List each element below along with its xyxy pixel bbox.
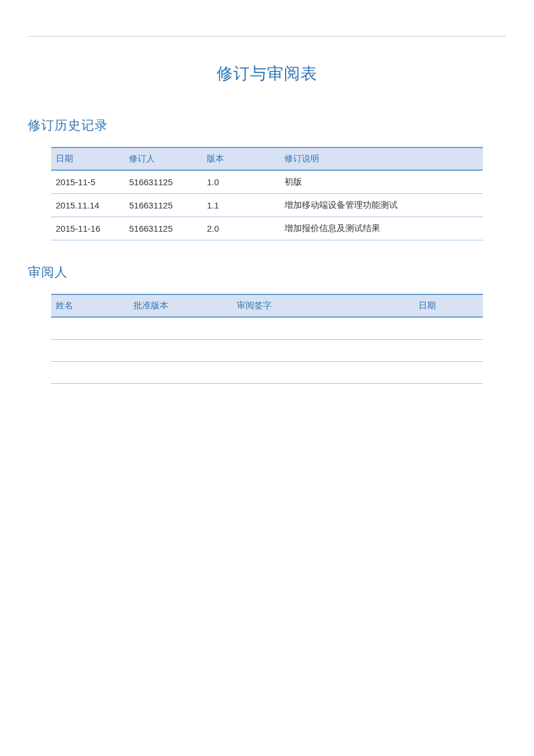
reviewer-table-wrap: 姓名 批准版本 审阅签字 日期 xyxy=(28,294,506,384)
revision-table: 日期 修订人 版本 修订说明 2015-11-5 516631125 1.0 初… xyxy=(51,147,483,240)
header-approved-version: 批准版本 xyxy=(129,294,233,317)
cell-version: 2.0 xyxy=(202,217,280,240)
table-row xyxy=(51,339,483,361)
header-rule xyxy=(28,36,506,37)
header-description: 修订说明 xyxy=(280,147,483,170)
revision-history-heading: 修订历史记录 xyxy=(28,117,506,134)
cell-description: 增加移动端设备管理功能测试 xyxy=(280,194,483,217)
header-name: 姓名 xyxy=(51,294,129,317)
header-reviewer-date: 日期 xyxy=(414,294,483,317)
cell-date: 2015.11.14 xyxy=(51,194,124,217)
cell-approved-version xyxy=(129,339,233,361)
cell-name xyxy=(51,339,129,361)
table-row xyxy=(51,361,483,383)
table-row: 2015-11-16 516631125 2.0 增加报价信息及测试结果 xyxy=(51,217,483,240)
table-row: 2015-11-5 516631125 1.0 初版 xyxy=(51,170,483,194)
cell-description: 增加报价信息及测试结果 xyxy=(280,217,483,240)
cell-reviser: 516631125 xyxy=(124,194,202,217)
table-row: 2015.11.14 516631125 1.1 增加移动端设备管理功能测试 xyxy=(51,194,483,217)
cell-version: 1.1 xyxy=(202,194,280,217)
page-title: 修订与审阅表 xyxy=(28,63,506,85)
header-reviser: 修订人 xyxy=(124,147,202,170)
cell-date: 2015-11-5 xyxy=(51,170,124,194)
document-page: 修订与审阅表 修订历史记录 日期 修订人 版本 修订说明 2015-11-5 5… xyxy=(0,36,534,384)
header-signature: 审阅签字 xyxy=(232,294,413,317)
cell-signature xyxy=(232,339,413,361)
cell-approved-version xyxy=(129,317,233,339)
cell-reviewer-date xyxy=(414,339,483,361)
reviewer-heading: 审阅人 xyxy=(28,264,506,281)
revision-table-header-row: 日期 修订人 版本 修订说明 xyxy=(51,147,483,170)
cell-reviser: 516631125 xyxy=(124,217,202,240)
header-version: 版本 xyxy=(202,147,280,170)
cell-version: 1.0 xyxy=(202,170,280,194)
cell-name xyxy=(51,317,129,339)
cell-reviewer-date xyxy=(414,361,483,383)
reviewer-table-header-row: 姓名 批准版本 审阅签字 日期 xyxy=(51,294,483,317)
cell-signature xyxy=(232,317,413,339)
cell-signature xyxy=(232,361,413,383)
table-row xyxy=(51,317,483,339)
cell-reviser: 516631125 xyxy=(124,170,202,194)
cell-reviewer-date xyxy=(414,317,483,339)
header-date: 日期 xyxy=(51,147,124,170)
cell-name xyxy=(51,361,129,383)
cell-date: 2015-11-16 xyxy=(51,217,124,240)
revision-table-wrap: 日期 修订人 版本 修订说明 2015-11-5 516631125 1.0 初… xyxy=(28,147,506,240)
cell-description: 初版 xyxy=(280,170,483,194)
reviewer-table: 姓名 批准版本 审阅签字 日期 xyxy=(51,294,483,384)
cell-approved-version xyxy=(129,361,233,383)
